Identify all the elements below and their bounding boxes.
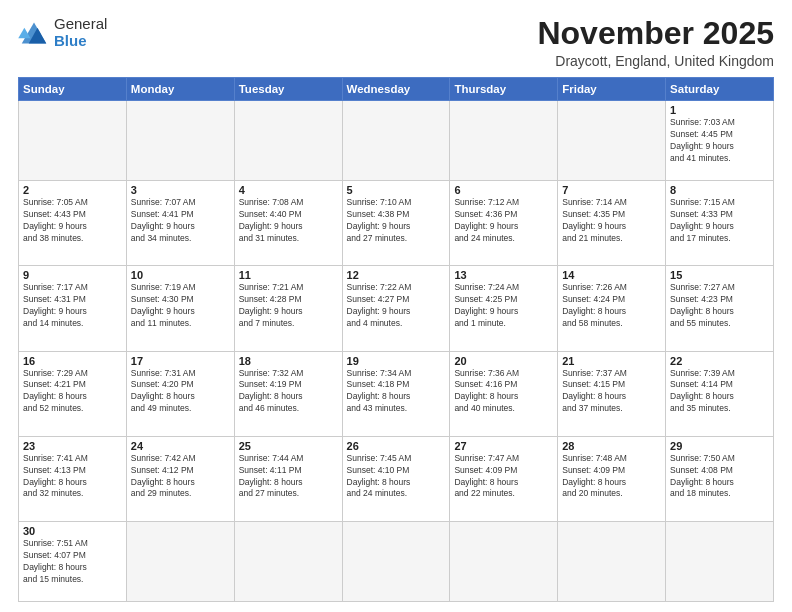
day-number: 23 <box>23 440 122 452</box>
calendar-cell: 20Sunrise: 7:36 AM Sunset: 4:16 PM Dayli… <box>450 351 558 436</box>
calendar-cell: 10Sunrise: 7:19 AM Sunset: 4:30 PM Dayli… <box>126 266 234 351</box>
day-info: Sunrise: 7:39 AM Sunset: 4:14 PM Dayligh… <box>670 368 769 416</box>
day-info: Sunrise: 7:22 AM Sunset: 4:27 PM Dayligh… <box>347 282 446 330</box>
day-info: Sunrise: 7:41 AM Sunset: 4:13 PM Dayligh… <box>23 453 122 501</box>
logo-icon <box>18 19 50 47</box>
day-info: Sunrise: 7:15 AM Sunset: 4:33 PM Dayligh… <box>670 197 769 245</box>
day-number: 13 <box>454 269 553 281</box>
calendar-cell: 29Sunrise: 7:50 AM Sunset: 4:08 PM Dayli… <box>666 436 774 521</box>
calendar-cell: 14Sunrise: 7:26 AM Sunset: 4:24 PM Dayli… <box>558 266 666 351</box>
day-info: Sunrise: 7:07 AM Sunset: 4:41 PM Dayligh… <box>131 197 230 245</box>
calendar-row-5: 30Sunrise: 7:51 AM Sunset: 4:07 PM Dayli… <box>19 522 774 602</box>
calendar-cell <box>450 101 558 181</box>
day-number: 15 <box>670 269 769 281</box>
day-info: Sunrise: 7:34 AM Sunset: 4:18 PM Dayligh… <box>347 368 446 416</box>
day-number: 1 <box>670 104 769 116</box>
calendar-cell <box>342 522 450 602</box>
day-info: Sunrise: 7:03 AM Sunset: 4:45 PM Dayligh… <box>670 117 769 165</box>
calendar-cell <box>126 522 234 602</box>
calendar-cell: 1Sunrise: 7:03 AM Sunset: 4:45 PM Daylig… <box>666 101 774 181</box>
calendar-cell: 26Sunrise: 7:45 AM Sunset: 4:10 PM Dayli… <box>342 436 450 521</box>
day-number: 18 <box>239 355 338 367</box>
day-info: Sunrise: 7:26 AM Sunset: 4:24 PM Dayligh… <box>562 282 661 330</box>
day-number: 12 <box>347 269 446 281</box>
day-info: Sunrise: 7:12 AM Sunset: 4:36 PM Dayligh… <box>454 197 553 245</box>
day-number: 24 <box>131 440 230 452</box>
calendar-cell: 5Sunrise: 7:10 AM Sunset: 4:38 PM Daylig… <box>342 181 450 266</box>
calendar-page: General Blue November 2025 Draycott, Eng… <box>0 0 792 612</box>
calendar-cell: 18Sunrise: 7:32 AM Sunset: 4:19 PM Dayli… <box>234 351 342 436</box>
calendar-cell <box>19 101 127 181</box>
day-number: 9 <box>23 269 122 281</box>
weekday-sunday: Sunday <box>19 78 127 101</box>
weekday-wednesday: Wednesday <box>342 78 450 101</box>
calendar-cell: 3Sunrise: 7:07 AM Sunset: 4:41 PM Daylig… <box>126 181 234 266</box>
day-number: 22 <box>670 355 769 367</box>
calendar-row-4: 23Sunrise: 7:41 AM Sunset: 4:13 PM Dayli… <box>19 436 774 521</box>
day-number: 30 <box>23 525 122 537</box>
calendar-cell: 7Sunrise: 7:14 AM Sunset: 4:35 PM Daylig… <box>558 181 666 266</box>
header: General Blue November 2025 Draycott, Eng… <box>18 16 774 69</box>
calendar-cell <box>234 101 342 181</box>
calendar-cell: 15Sunrise: 7:27 AM Sunset: 4:23 PM Dayli… <box>666 266 774 351</box>
day-info: Sunrise: 7:17 AM Sunset: 4:31 PM Dayligh… <box>23 282 122 330</box>
calendar-cell: 9Sunrise: 7:17 AM Sunset: 4:31 PM Daylig… <box>19 266 127 351</box>
calendar-cell: 8Sunrise: 7:15 AM Sunset: 4:33 PM Daylig… <box>666 181 774 266</box>
calendar-cell <box>666 522 774 602</box>
day-info: Sunrise: 7:32 AM Sunset: 4:19 PM Dayligh… <box>239 368 338 416</box>
calendar-cell: 11Sunrise: 7:21 AM Sunset: 4:28 PM Dayli… <box>234 266 342 351</box>
calendar-cell: 13Sunrise: 7:24 AM Sunset: 4:25 PM Dayli… <box>450 266 558 351</box>
logo-text: General Blue <box>54 16 107 49</box>
title-block: November 2025 Draycott, England, United … <box>537 16 774 69</box>
calendar-cell: 23Sunrise: 7:41 AM Sunset: 4:13 PM Dayli… <box>19 436 127 521</box>
day-info: Sunrise: 7:36 AM Sunset: 4:16 PM Dayligh… <box>454 368 553 416</box>
weekday-saturday: Saturday <box>666 78 774 101</box>
day-number: 14 <box>562 269 661 281</box>
day-number: 3 <box>131 184 230 196</box>
calendar-cell: 2Sunrise: 7:05 AM Sunset: 4:43 PM Daylig… <box>19 181 127 266</box>
calendar-cell: 30Sunrise: 7:51 AM Sunset: 4:07 PM Dayli… <box>19 522 127 602</box>
calendar-cell: 25Sunrise: 7:44 AM Sunset: 4:11 PM Dayli… <box>234 436 342 521</box>
day-number: 7 <box>562 184 661 196</box>
day-number: 2 <box>23 184 122 196</box>
day-info: Sunrise: 7:44 AM Sunset: 4:11 PM Dayligh… <box>239 453 338 501</box>
calendar-cell: 6Sunrise: 7:12 AM Sunset: 4:36 PM Daylig… <box>450 181 558 266</box>
page-title: November 2025 <box>537 16 774 51</box>
calendar-cell: 16Sunrise: 7:29 AM Sunset: 4:21 PM Dayli… <box>19 351 127 436</box>
calendar-cell: 28Sunrise: 7:48 AM Sunset: 4:09 PM Dayli… <box>558 436 666 521</box>
day-info: Sunrise: 7:31 AM Sunset: 4:20 PM Dayligh… <box>131 368 230 416</box>
day-info: Sunrise: 7:08 AM Sunset: 4:40 PM Dayligh… <box>239 197 338 245</box>
weekday-tuesday: Tuesday <box>234 78 342 101</box>
calendar-cell: 17Sunrise: 7:31 AM Sunset: 4:20 PM Dayli… <box>126 351 234 436</box>
day-number: 29 <box>670 440 769 452</box>
day-info: Sunrise: 7:42 AM Sunset: 4:12 PM Dayligh… <box>131 453 230 501</box>
day-number: 5 <box>347 184 446 196</box>
calendar-cell: 19Sunrise: 7:34 AM Sunset: 4:18 PM Dayli… <box>342 351 450 436</box>
day-info: Sunrise: 7:27 AM Sunset: 4:23 PM Dayligh… <box>670 282 769 330</box>
calendar-cell <box>126 101 234 181</box>
calendar-cell: 22Sunrise: 7:39 AM Sunset: 4:14 PM Dayli… <box>666 351 774 436</box>
calendar-row-1: 2Sunrise: 7:05 AM Sunset: 4:43 PM Daylig… <box>19 181 774 266</box>
day-info: Sunrise: 7:37 AM Sunset: 4:15 PM Dayligh… <box>562 368 661 416</box>
calendar-row-3: 16Sunrise: 7:29 AM Sunset: 4:21 PM Dayli… <box>19 351 774 436</box>
day-number: 27 <box>454 440 553 452</box>
day-number: 25 <box>239 440 338 452</box>
day-info: Sunrise: 7:24 AM Sunset: 4:25 PM Dayligh… <box>454 282 553 330</box>
calendar-cell <box>234 522 342 602</box>
calendar-cell: 12Sunrise: 7:22 AM Sunset: 4:27 PM Dayli… <box>342 266 450 351</box>
page-subtitle: Draycott, England, United Kingdom <box>537 53 774 69</box>
weekday-header-row: SundayMondayTuesdayWednesdayThursdayFrid… <box>19 78 774 101</box>
calendar-table: SundayMondayTuesdayWednesdayThursdayFrid… <box>18 77 774 602</box>
calendar-row-2: 9Sunrise: 7:17 AM Sunset: 4:31 PM Daylig… <box>19 266 774 351</box>
day-info: Sunrise: 7:51 AM Sunset: 4:07 PM Dayligh… <box>23 538 122 586</box>
day-info: Sunrise: 7:10 AM Sunset: 4:38 PM Dayligh… <box>347 197 446 245</box>
weekday-monday: Monday <box>126 78 234 101</box>
day-info: Sunrise: 7:48 AM Sunset: 4:09 PM Dayligh… <box>562 453 661 501</box>
logo: General Blue <box>18 16 107 49</box>
calendar-cell <box>342 101 450 181</box>
day-number: 4 <box>239 184 338 196</box>
day-number: 17 <box>131 355 230 367</box>
day-number: 8 <box>670 184 769 196</box>
day-number: 10 <box>131 269 230 281</box>
day-info: Sunrise: 7:14 AM Sunset: 4:35 PM Dayligh… <box>562 197 661 245</box>
